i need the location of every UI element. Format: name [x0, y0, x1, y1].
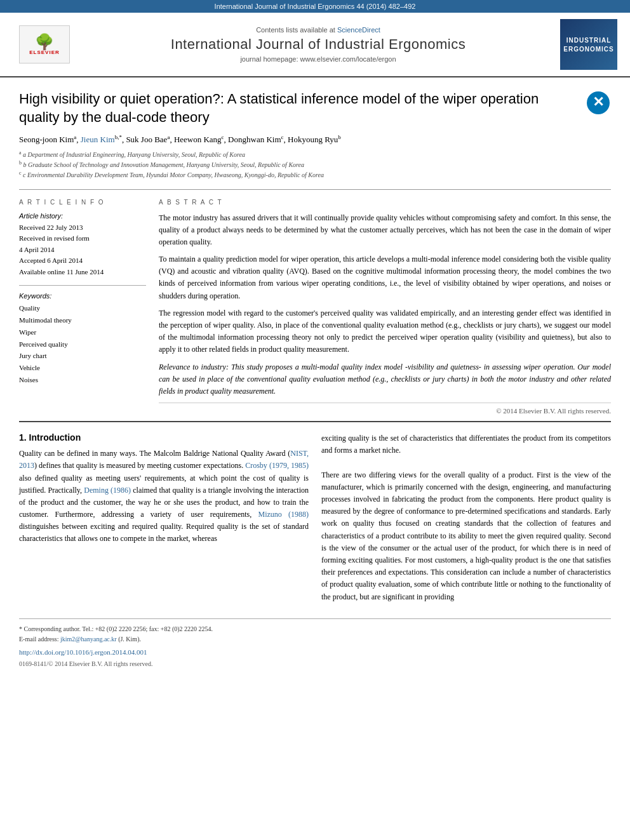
- author-donghwan: Donghwan Kim: [228, 135, 281, 145]
- crossmark-badge[interactable]: ✕: [586, 90, 611, 116]
- svg-text:✕: ✕: [593, 94, 604, 110]
- copyright-line: © 2014 Elsevier B.V. All rights reserved…: [159, 403, 611, 415]
- intro-right-text: exciting quality is the set of character…: [321, 432, 611, 603]
- author-seong: Seong-joon Kim: [19, 135, 74, 145]
- affil-a: a a Department of Industrial Engineering…: [19, 149, 611, 159]
- body-col-left: 1. Introduction Quality can be defined i…: [19, 432, 309, 608]
- citation-text: International Journal of Industrial Ergo…: [215, 3, 416, 10]
- journal-header: 🌳 ELSEVIER Contents lists available at S…: [0, 13, 630, 77]
- sciencedirect-line: Contents lists available at ScienceDirec…: [76, 26, 560, 34]
- affil-b: b b Graduate School of Technology and In…: [19, 159, 611, 170]
- footnote-corresponding: * Corresponding author. Tel.: +82 (0)2 2…: [19, 624, 611, 634]
- cite-deming[interactable]: Deming (1986): [84, 486, 131, 495]
- accepted-date: Accepted 6 April 2014: [19, 255, 146, 267]
- journal-citation-bar: International Journal of Industrial Ergo…: [0, 0, 630, 13]
- journal-logo-right: INDUSTRIAL ERGONOMICS: [560, 19, 617, 70]
- affiliations: a a Department of Industrial Engineering…: [19, 149, 611, 180]
- homepage-text: journal homepage: www.elsevier.com/locat…: [240, 55, 396, 63]
- abstract-label: A B S T R A C T: [159, 199, 611, 206]
- cite-crosby[interactable]: Crosby (1979, 1985): [245, 461, 309, 470]
- footnotes: * Corresponding author. Tel.: +82 (0)2 2…: [19, 618, 611, 670]
- doi-link[interactable]: http://dx.doi.org/10.1016/j.ergon.2014.0…: [19, 648, 147, 656]
- footnote-email: E-mail address: jkim2@hanyang.ac.kr E-ma…: [19, 634, 611, 644]
- history-label: Article history:: [19, 212, 146, 220]
- body-two-col: 1. Introduction Quality can be defined i…: [19, 432, 611, 608]
- journal-title-area: Contents lists available at ScienceDirec…: [76, 26, 560, 63]
- affil-c: c c Environmental Durability Development…: [19, 170, 611, 180]
- revised-date: Received in revised form Received in rev…: [19, 233, 146, 255]
- email-link[interactable]: jkim2@hanyang.ac.kr: [60, 636, 117, 643]
- abstract-para1: The motor industry has assured drivers t…: [159, 212, 611, 398]
- sciencedirect-link[interactable]: ScienceDirect: [337, 26, 380, 34]
- journal-title: International Journal of Industrial Ergo…: [76, 36, 560, 53]
- divider: [19, 285, 146, 286]
- doi-line[interactable]: http://dx.doi.org/10.1016/j.ergon.2014.0…: [19, 647, 611, 658]
- keyword-vehicle: Vehicle: [19, 362, 146, 374]
- tree-icon: 🌳: [35, 34, 54, 50]
- logo-line1: INDUSTRIAL: [566, 37, 612, 44]
- intro-left-text: Quality can be defined in many ways. The…: [19, 448, 309, 545]
- keywords-list: Quality Multimodal theory Wiper Perceive…: [19, 302, 146, 385]
- received-date: Received 22 July 2013: [19, 222, 146, 234]
- article-info-col: A R T I C L E I N F O Article history: R…: [19, 199, 146, 415]
- author-hokyoung: Hokyoung Ryu: [288, 135, 338, 145]
- author-jieun[interactable]: Jieun Kim: [81, 135, 115, 145]
- article-title: High visibility or quiet operation?: A s…: [19, 90, 579, 126]
- author-heewon: Heewon Kang: [174, 135, 222, 145]
- article-history: Article history: Received 22 July 2013 R…: [19, 212, 146, 278]
- title-row: High visibility or quiet operation?: A s…: [19, 90, 611, 134]
- available-date: Available online 11 June 2014: [19, 267, 146, 278]
- section-heading: 1. Introduction: [19, 432, 309, 443]
- keyword-quality: Quality: [19, 302, 146, 314]
- body-col-right: exciting quality is the set of character…: [321, 432, 611, 608]
- info-abstract-section: A R T I C L E I N F O Article history: R…: [19, 189, 611, 415]
- sciencedirect-prefix: Contents lists available at: [256, 26, 335, 34]
- keyword-perceived: Perceived quality: [19, 338, 146, 350]
- journal-homepage: journal homepage: www.elsevier.com/locat…: [76, 55, 560, 63]
- main-content: High visibility or quiet operation?: A s…: [0, 77, 630, 682]
- keyword-jury: Jury chart: [19, 350, 146, 362]
- elsevier-logo: 🌳 ELSEVIER: [13, 25, 76, 63]
- keyword-noises: Noises: [19, 374, 146, 386]
- article-info-label: A R T I C L E I N F O: [19, 199, 146, 206]
- issn-line: 0169-8141/© 2014 Elsevier B.V. All right…: [19, 659, 611, 669]
- keyword-multimodal: Multimodal theory: [19, 314, 146, 326]
- keyword-wiper: Wiper: [19, 326, 146, 338]
- keywords-label: Keywords:: [19, 292, 146, 300]
- body-section: 1. Introduction Quality can be defined i…: [19, 421, 611, 608]
- abstract-col: A B S T R A C T The motor industry has a…: [159, 199, 611, 415]
- author-suk: Suk Joo Bae: [126, 135, 167, 145]
- authors-line: Seong-joon Kima, Jieun Kimb,*, Suk Joo B…: [19, 134, 611, 145]
- elsevier-label: ELSEVIER: [29, 50, 60, 55]
- logo-line2: ERGONOMICS: [563, 46, 613, 53]
- cite-mizuno[interactable]: Mizuno (1988): [258, 510, 309, 519]
